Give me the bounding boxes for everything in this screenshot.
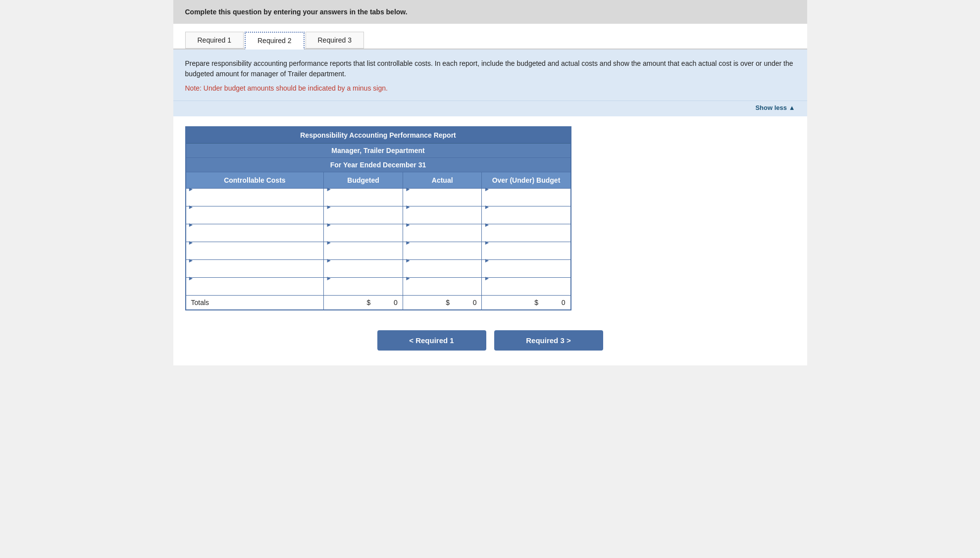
input-over-under-5[interactable] <box>482 264 570 281</box>
arrow-act-1: ► <box>403 186 413 193</box>
arrow-ou-1: ► <box>482 186 492 193</box>
instruction-banner: Complete this question by entering your … <box>173 0 807 24</box>
tab-required3-label: Required 3 <box>318 36 352 44</box>
input-actual-6[interactable] <box>403 282 482 299</box>
input-over-under-4[interactable] <box>482 246 570 263</box>
report-subtitle1-row: Manager, Trailer Department <box>186 144 571 158</box>
input-costs-2[interactable] <box>186 210 324 228</box>
show-less-button[interactable]: Show less <box>173 101 807 116</box>
input-over-under-6[interactable] <box>482 282 570 299</box>
data-row-1-costs[interactable]: ► <box>186 189 324 206</box>
input-costs-5[interactable] <box>186 264 324 281</box>
report-table: Responsibility Accounting Performance Re… <box>185 126 571 310</box>
data-row-1-actual[interactable]: ► <box>403 189 482 206</box>
col-headers-row: Controllable Costs Budgeted Actual Over … <box>186 172 571 189</box>
input-budgeted-1[interactable] <box>324 193 403 210</box>
show-less-label: Show less <box>755 104 795 111</box>
table-container: Responsibility Accounting Performance Re… <box>173 116 807 320</box>
input-budgeted-2[interactable] <box>324 210 403 228</box>
tab-required2[interactable]: Required 2 <box>245 32 305 50</box>
input-costs-1[interactable] <box>186 193 324 210</box>
col-header-over-under: Over (Under) Budget <box>482 172 571 189</box>
totals-ou-symbol: $ <box>534 299 538 306</box>
input-costs-4[interactable] <box>186 246 324 263</box>
data-row-1-over-under[interactable]: ► <box>482 189 571 206</box>
arrow-1: ► <box>186 186 196 193</box>
input-over-under-1[interactable] <box>482 193 570 210</box>
data-row-1-budgeted[interactable]: ► <box>324 189 403 206</box>
input-actual-1[interactable] <box>403 193 482 210</box>
totals-budgeted-symbol: $ <box>367 299 371 306</box>
col-header-budgeted: Budgeted <box>324 172 403 189</box>
report-title-row: Responsibility Accounting Performance Re… <box>186 127 571 144</box>
totals-actual-value: 0 <box>473 299 477 306</box>
input-over-under-3[interactable] <box>482 228 570 246</box>
report-title: Responsibility Accounting Performance Re… <box>186 127 571 144</box>
description-box: Prepare responsibility accounting perfor… <box>173 50 807 101</box>
totals-ou-value: 0 <box>562 299 566 306</box>
tab-required3[interactable]: Required 3 <box>306 32 364 49</box>
input-actual-3[interactable] <box>403 228 482 246</box>
tab-required1[interactable]: Required 1 <box>185 32 244 49</box>
prev-button-label: < Required 1 <box>409 336 454 345</box>
input-costs-3[interactable] <box>186 228 324 246</box>
description-note: Note: Under budget amounts should be ind… <box>185 83 795 94</box>
tabs-row: Required 1 Required 2 Required 3 <box>173 24 807 50</box>
input-budgeted-6[interactable] <box>324 282 403 299</box>
prev-button[interactable]: < Required 1 <box>377 330 486 351</box>
report-subtitle2: For Year Ended December 31 <box>186 158 571 172</box>
input-budgeted-5[interactable] <box>324 264 403 281</box>
instruction-text: Complete this question by entering your … <box>185 8 408 16</box>
input-actual-2[interactable] <box>403 210 482 228</box>
tab-required1-label: Required 1 <box>198 36 232 44</box>
nav-buttons: < Required 1 Required 3 > <box>173 320 807 365</box>
report-subtitle2-row: For Year Ended December 31 <box>186 158 571 172</box>
input-over-under-2[interactable] <box>482 210 570 228</box>
data-row-1: ► ► ► ► <box>186 189 571 206</box>
report-subtitle1: Manager, Trailer Department <box>186 144 571 158</box>
input-actual-5[interactable] <box>403 264 482 281</box>
arrow-bud-1: ► <box>324 186 334 193</box>
input-actual-4[interactable] <box>403 246 482 263</box>
col-header-actual: Actual <box>403 172 482 189</box>
totals-actual-symbol: $ <box>446 299 450 306</box>
input-costs-6[interactable] <box>186 282 324 299</box>
input-budgeted-3[interactable] <box>324 228 403 246</box>
next-button[interactable]: Required 3 > <box>494 330 603 351</box>
input-budgeted-4[interactable] <box>324 246 403 263</box>
tab-required2-label: Required 2 <box>258 37 292 45</box>
description-main: Prepare responsibility accounting perfor… <box>185 58 795 79</box>
next-button-label: Required 3 > <box>526 336 570 345</box>
page-wrapper: Complete this question by entering your … <box>173 0 807 365</box>
totals-budgeted-value: 0 <box>394 299 398 306</box>
col-header-costs: Controllable Costs <box>186 172 324 189</box>
